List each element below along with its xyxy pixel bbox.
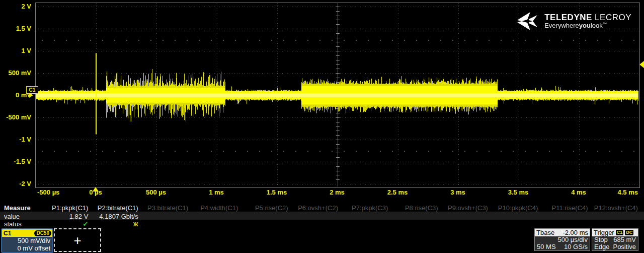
- trigger-descriptor-box[interactable]: Trigger C1 DC Stop 685 mV Edge Positive: [592, 228, 638, 251]
- y-axis-label: -1.5 V: [0, 158, 31, 165]
- measure-column-header[interactable]: P1:pkpk(C1): [44, 204, 94, 212]
- measure-column-status: Ж: [94, 220, 144, 228]
- logo-arrow-icon: [514, 12, 540, 30]
- timebase-sampling-row: 50 MS 10 GS/s: [535, 243, 590, 250]
- measure-column-header[interactable]: P10:pkpk(C4): [494, 204, 544, 212]
- status-ok-icon: ✔: [83, 220, 88, 228]
- trigger-type: Edge: [594, 243, 609, 250]
- logo-tagline-tm: ™: [603, 22, 607, 26]
- measure-column-header[interactable]: P12:ovsh+(C4): [594, 204, 644, 212]
- measure-column-header[interactable]: P2:bitrate(C1): [94, 204, 144, 212]
- channel-c1-settings: 500 mV/div 0 mV offset: [2, 237, 52, 252]
- measure-value-row: value 1.82 V4.1807 Gbit/s: [0, 212, 644, 220]
- x-axis-label: 3.5 ms: [508, 188, 528, 196]
- logo-brand-bold: TELEDYNE: [544, 13, 592, 22]
- teledyne-lecroy-logo: TELEDYNE LECROY Everywhereyoulook™: [514, 12, 631, 30]
- measure-title: Measure: [0, 204, 44, 212]
- trigger-level: 685 mV: [613, 236, 636, 243]
- trigger-source-badge: C1: [616, 230, 624, 235]
- x-axis-label: 2 ms: [330, 188, 345, 196]
- plus-icon: +: [73, 234, 81, 247]
- timebase-delay: -2.00 ms: [562, 229, 588, 236]
- channel-c1-zero-arrow-icon: [29, 93, 33, 98]
- y-axis-label: 1.5 V: [0, 25, 31, 32]
- x-axis-label: 500 µs: [146, 188, 166, 196]
- timebase-scale: 500 µs/div: [557, 236, 588, 243]
- measure-column-header[interactable]: P6:ovsh+(C2): [294, 204, 344, 212]
- measure-status-row: status ✔Ж: [0, 220, 644, 228]
- y-axis-label: -500 mV: [0, 113, 31, 121]
- channel-c1-descriptor-box[interactable]: C1 DC50 500 mV/div 0 mV offset: [1, 228, 53, 253]
- measure-column-header[interactable]: P9:ovsh+(C3): [444, 204, 494, 212]
- trigger-type-row: Edge Positive: [592, 243, 638, 250]
- waveform-canvas[interactable]: [36, 3, 638, 186]
- measure-column-status: ✔: [44, 220, 94, 228]
- measure-table: Measure P1:pkpk(C1)P2:bitrate(C1)P3:bitr…: [0, 204, 644, 228]
- timebase-samples: 50 MS: [537, 243, 556, 250]
- x-axis-label: 4.5 ms: [618, 188, 638, 196]
- channel-c1-header: C1 DC50: [2, 229, 52, 237]
- y-axis-label: 500 mV: [0, 69, 31, 77]
- y-axis-label: -1 V: [0, 136, 31, 143]
- logo-brand: TELEDYNE LECROY: [544, 13, 631, 22]
- timebase-title: Tbase: [536, 229, 554, 236]
- trigger-coupling-badge: DC: [625, 230, 633, 235]
- channel-c1-name: C1: [2, 230, 11, 237]
- measure-column-header[interactable]: P5:rise(C2): [244, 204, 294, 212]
- y-axis-label: 2 V: [0, 3, 31, 10]
- trigger-time-marker-icon[interactable]: [93, 187, 99, 192]
- channel-c1-coupling-badge: DC50: [34, 230, 51, 236]
- logo-brand-rest: LECROY: [592, 13, 631, 22]
- logo-tagline: Everywhereyoulook™: [544, 22, 631, 29]
- measure-column-header[interactable]: P8:rise(C3): [394, 204, 444, 212]
- timebase-scale-row: 500 µs/div: [535, 236, 590, 243]
- x-axis-label: 3 ms: [450, 188, 465, 196]
- trigger-title: Trigger: [594, 229, 614, 236]
- measure-value-row-label: value: [0, 213, 44, 220]
- timebase-descriptor-box[interactable]: Tbase -2.00 ms 500 µs/div 50 MS 10 GS/s: [534, 228, 590, 251]
- measure-column-header[interactable]: P7:pkpk(C3): [344, 204, 394, 212]
- x-axis-label: 1.5 ms: [267, 188, 287, 196]
- x-axis-label: 2.5 ms: [387, 188, 408, 196]
- measure-header-row: Measure P1:pkpk(C1)P2:bitrate(C1)P3:bitr…: [0, 204, 644, 212]
- x-axis-label: 4 ms: [571, 188, 586, 196]
- y-axis-label: 1 V: [0, 47, 31, 54]
- measure-column-value: 1.82 V: [44, 213, 94, 220]
- trigger-mode-row: Stop 685 mV: [592, 236, 638, 243]
- x-axis-label: -500 µs: [37, 188, 59, 196]
- oscilloscope-screen: TELEDYNE LECROY Everywhereyoulook™ 2 V1.…: [0, 0, 644, 253]
- measure-column-header[interactable]: P3:bitrate(C1): [144, 204, 194, 212]
- trigger-level-marker-icon[interactable]: [639, 61, 644, 68]
- channel-c1-scale: 500 mV/div: [2, 237, 50, 244]
- x-axis-label: 1 ms: [209, 188, 224, 196]
- logo-tagline-bold: you: [579, 22, 591, 29]
- logo-tagline-post: look: [591, 22, 603, 29]
- waveform-grid[interactable]: TELEDYNE LECROY Everywhereyoulook™: [35, 3, 640, 188]
- trigger-slope: Positive: [613, 243, 636, 250]
- trigger-header: Trigger C1 DC: [592, 229, 638, 236]
- measure-column-value: 4.1807 Gbit/s: [94, 213, 144, 220]
- measure-column-header[interactable]: P4:width(C1): [194, 204, 244, 212]
- timebase-rate: 10 GS/s: [564, 243, 588, 250]
- status-pending-icon: Ж: [133, 221, 138, 227]
- y-axis-labels: 2 V1.5 V1 V500 mV0 mV-500 mV-1 V-1.5 V-2…: [0, 3, 33, 187]
- channel-c1-offset: 0 mV offset: [2, 244, 50, 252]
- measure-column-header[interactable]: P11:rise(C4): [544, 204, 594, 212]
- timebase-header: Tbase -2.00 ms: [535, 229, 590, 236]
- logo-tagline-pre: Everywhere: [544, 22, 579, 29]
- trigger-mode: Stop: [594, 236, 608, 243]
- measure-status-row-label: status: [0, 220, 44, 228]
- add-trace-button[interactable]: +: [54, 228, 101, 252]
- y-axis-label: -2 V: [0, 180, 31, 187]
